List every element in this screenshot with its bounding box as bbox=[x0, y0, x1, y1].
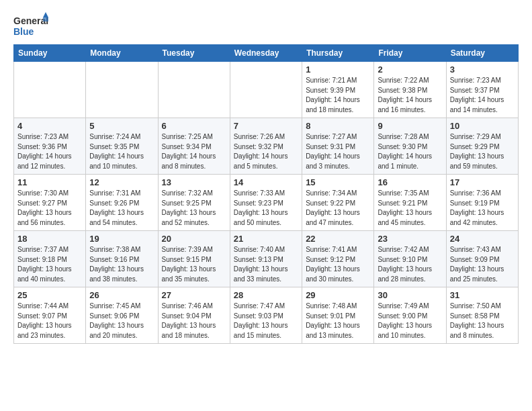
weekday-header-friday: Friday bbox=[374, 45, 446, 62]
calendar-cell: 9Sunrise: 7:28 AMSunset: 9:30 PMDaylight… bbox=[374, 118, 446, 175]
day-number: 17 bbox=[450, 177, 515, 187]
weekday-header-row: SundayMondayTuesdayWednesdayThursdayFrid… bbox=[14, 45, 519, 62]
day-number: 27 bbox=[162, 290, 226, 300]
day-number: 31 bbox=[450, 290, 515, 300]
calendar-week-2: 4Sunrise: 7:23 AMSunset: 9:36 PMDaylight… bbox=[14, 118, 519, 175]
day-number: 6 bbox=[162, 121, 226, 131]
calendar-cell: 24Sunrise: 7:43 AMSunset: 9:09 PMDayligh… bbox=[446, 231, 518, 287]
day-info: Sunrise: 7:34 AMSunset: 9:22 PMDaylight:… bbox=[306, 189, 370, 228]
day-info: Sunrise: 7:40 AMSunset: 9:13 PMDaylight:… bbox=[234, 245, 298, 284]
day-info: Sunrise: 7:47 AMSunset: 9:03 PMDaylight:… bbox=[234, 302, 298, 340]
day-number: 5 bbox=[89, 121, 154, 131]
day-info: Sunrise: 7:42 AMSunset: 9:10 PMDaylight:… bbox=[378, 245, 442, 284]
calendar-cell: 28Sunrise: 7:47 AMSunset: 9:03 PMDayligh… bbox=[230, 287, 302, 344]
calendar-cell: 18Sunrise: 7:37 AMSunset: 9:18 PMDayligh… bbox=[14, 231, 86, 287]
calendar-body: 1Sunrise: 7:21 AMSunset: 9:39 PMDaylight… bbox=[14, 62, 519, 344]
day-info: Sunrise: 7:35 AMSunset: 9:21 PMDaylight:… bbox=[378, 189, 442, 228]
calendar-cell: 10Sunrise: 7:29 AMSunset: 9:29 PMDayligh… bbox=[446, 118, 518, 175]
calendar-cell: 3Sunrise: 7:23 AMSunset: 9:37 PMDaylight… bbox=[446, 62, 518, 118]
calendar-cell: 19Sunrise: 7:38 AMSunset: 9:16 PMDayligh… bbox=[86, 231, 158, 287]
day-info: Sunrise: 7:43 AMSunset: 9:09 PMDaylight:… bbox=[450, 245, 515, 284]
calendar-cell: 26Sunrise: 7:45 AMSunset: 9:06 PMDayligh… bbox=[86, 287, 158, 344]
day-number: 16 bbox=[378, 177, 442, 187]
day-info: Sunrise: 7:22 AMSunset: 9:38 PMDaylight:… bbox=[378, 76, 442, 115]
day-info: Sunrise: 7:49 AMSunset: 9:00 PMDaylight:… bbox=[378, 302, 442, 340]
calendar-cell: 21Sunrise: 7:40 AMSunset: 9:13 PMDayligh… bbox=[230, 231, 302, 287]
calendar-cell: 8Sunrise: 7:27 AMSunset: 9:31 PMDaylight… bbox=[302, 118, 374, 175]
calendar-cell: 4Sunrise: 7:23 AMSunset: 9:36 PMDaylight… bbox=[14, 118, 86, 175]
day-number: 10 bbox=[450, 121, 515, 131]
calendar-cell: 12Sunrise: 7:31 AMSunset: 9:26 PMDayligh… bbox=[86, 175, 158, 231]
calendar-cell: 25Sunrise: 7:44 AMSunset: 9:07 PMDayligh… bbox=[14, 287, 86, 344]
calendar-week-5: 25Sunrise: 7:44 AMSunset: 9:07 PMDayligh… bbox=[14, 287, 519, 344]
calendar-cell bbox=[86, 62, 158, 118]
calendar-table: SundayMondayTuesdayWednesdayThursdayFrid… bbox=[13, 44, 519, 344]
calendar-cell: 16Sunrise: 7:35 AMSunset: 9:21 PMDayligh… bbox=[374, 175, 446, 231]
day-number: 11 bbox=[17, 177, 82, 187]
calendar-cell: 1Sunrise: 7:21 AMSunset: 9:39 PMDaylight… bbox=[302, 62, 374, 118]
day-number: 22 bbox=[306, 234, 370, 244]
calendar-cell: 22Sunrise: 7:41 AMSunset: 9:12 PMDayligh… bbox=[302, 231, 374, 287]
calendar-cell: 5Sunrise: 7:24 AMSunset: 9:35 PMDaylight… bbox=[86, 118, 158, 175]
day-number: 13 bbox=[162, 177, 226, 187]
logo: General Blue bbox=[13, 12, 48, 39]
calendar-cell: 27Sunrise: 7:46 AMSunset: 9:04 PMDayligh… bbox=[158, 287, 230, 344]
day-number: 15 bbox=[306, 177, 370, 187]
day-number: 21 bbox=[234, 234, 298, 244]
weekday-header-saturday: Saturday bbox=[446, 45, 518, 62]
calendar-cell bbox=[14, 62, 86, 118]
day-info: Sunrise: 7:41 AMSunset: 9:12 PMDaylight:… bbox=[306, 245, 370, 284]
calendar-cell: 14Sunrise: 7:33 AMSunset: 9:23 PMDayligh… bbox=[230, 175, 302, 231]
calendar-cell: 31Sunrise: 7:50 AMSunset: 8:58 PMDayligh… bbox=[446, 287, 518, 344]
weekday-header-tuesday: Tuesday bbox=[158, 45, 230, 62]
day-number: 28 bbox=[234, 290, 298, 300]
day-number: 25 bbox=[17, 290, 82, 300]
weekday-header-thursday: Thursday bbox=[302, 45, 374, 62]
weekday-header-sunday: Sunday bbox=[14, 45, 86, 62]
day-info: Sunrise: 7:37 AMSunset: 9:18 PMDaylight:… bbox=[17, 245, 82, 284]
day-info: Sunrise: 7:44 AMSunset: 9:07 PMDaylight:… bbox=[17, 302, 82, 340]
calendar-cell: 6Sunrise: 7:25 AMSunset: 9:34 PMDaylight… bbox=[158, 118, 230, 175]
svg-marker-2 bbox=[43, 12, 48, 17]
day-info: Sunrise: 7:33 AMSunset: 9:23 PMDaylight:… bbox=[234, 189, 298, 228]
day-info: Sunrise: 7:31 AMSunset: 9:26 PMDaylight:… bbox=[89, 189, 154, 228]
day-info: Sunrise: 7:21 AMSunset: 9:39 PMDaylight:… bbox=[306, 76, 370, 115]
day-info: Sunrise: 7:36 AMSunset: 9:19 PMDaylight:… bbox=[450, 189, 515, 228]
day-info: Sunrise: 7:48 AMSunset: 9:01 PMDaylight:… bbox=[306, 302, 370, 340]
day-number: 23 bbox=[378, 234, 442, 244]
day-info: Sunrise: 7:30 AMSunset: 9:27 PMDaylight:… bbox=[17, 189, 82, 228]
calendar-cell: 13Sunrise: 7:32 AMSunset: 9:25 PMDayligh… bbox=[158, 175, 230, 231]
day-info: Sunrise: 7:28 AMSunset: 9:30 PMDaylight:… bbox=[378, 132, 442, 171]
calendar-cell: 20Sunrise: 7:39 AMSunset: 9:15 PMDayligh… bbox=[158, 231, 230, 287]
day-number: 4 bbox=[17, 121, 82, 131]
calendar-cell bbox=[158, 62, 230, 118]
calendar-cell bbox=[230, 62, 302, 118]
svg-marker-3 bbox=[43, 17, 48, 21]
weekday-header-wednesday: Wednesday bbox=[230, 45, 302, 62]
day-info: Sunrise: 7:27 AMSunset: 9:31 PMDaylight:… bbox=[306, 132, 370, 171]
calendar-cell: 17Sunrise: 7:36 AMSunset: 9:19 PMDayligh… bbox=[446, 175, 518, 231]
day-number: 9 bbox=[378, 121, 442, 131]
day-info: Sunrise: 7:25 AMSunset: 9:34 PMDaylight:… bbox=[162, 132, 226, 171]
svg-text:Blue: Blue bbox=[13, 26, 34, 37]
day-number: 12 bbox=[89, 177, 154, 187]
day-number: 30 bbox=[378, 290, 442, 300]
day-info: Sunrise: 7:23 AMSunset: 9:36 PMDaylight:… bbox=[17, 132, 82, 171]
logo-icon: General Blue bbox=[13, 12, 48, 39]
calendar-cell: 7Sunrise: 7:26 AMSunset: 9:32 PMDaylight… bbox=[230, 118, 302, 175]
calendar-cell: 11Sunrise: 7:30 AMSunset: 9:27 PMDayligh… bbox=[14, 175, 86, 231]
calendar-week-3: 11Sunrise: 7:30 AMSunset: 9:27 PMDayligh… bbox=[14, 175, 519, 231]
day-number: 18 bbox=[17, 234, 82, 244]
day-info: Sunrise: 7:23 AMSunset: 9:37 PMDaylight:… bbox=[450, 76, 515, 115]
day-number: 26 bbox=[89, 290, 154, 300]
calendar-cell: 23Sunrise: 7:42 AMSunset: 9:10 PMDayligh… bbox=[374, 231, 446, 287]
day-info: Sunrise: 7:26 AMSunset: 9:32 PMDaylight:… bbox=[234, 132, 298, 171]
day-number: 1 bbox=[306, 64, 370, 75]
day-info: Sunrise: 7:32 AMSunset: 9:25 PMDaylight:… bbox=[162, 189, 226, 228]
day-info: Sunrise: 7:45 AMSunset: 9:06 PMDaylight:… bbox=[89, 302, 154, 340]
day-number: 7 bbox=[234, 121, 298, 131]
day-number: 2 bbox=[378, 64, 442, 75]
day-number: 24 bbox=[450, 234, 515, 244]
day-info: Sunrise: 7:29 AMSunset: 9:29 PMDaylight:… bbox=[450, 132, 515, 171]
day-number: 29 bbox=[306, 290, 370, 300]
